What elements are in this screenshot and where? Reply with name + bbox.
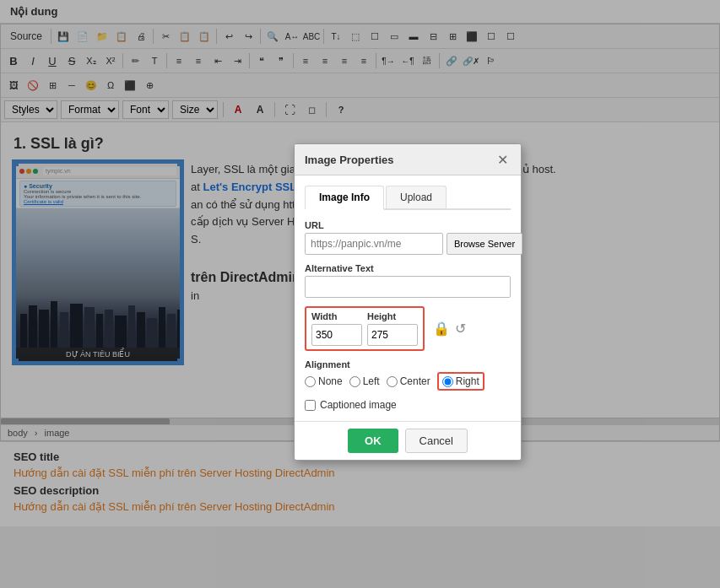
align-left-radio[interactable] xyxy=(349,376,360,387)
align-none-text: None xyxy=(318,375,343,387)
width-input[interactable] xyxy=(311,324,362,346)
modal-footer: OK Cancel xyxy=(295,421,521,460)
ok-button[interactable]: OK xyxy=(348,429,398,453)
alignment-group: Alignment None Left Center xyxy=(305,359,511,391)
align-center-label[interactable]: Center xyxy=(387,375,430,387)
reset-icon[interactable]: ↺ xyxy=(455,321,466,337)
align-left-label[interactable]: Left xyxy=(349,375,380,387)
modal-overlay: Image Properties ✕ Image Info Upload URL… xyxy=(0,0,720,588)
align-none-radio[interactable] xyxy=(305,376,316,387)
alt-text-group: Alternative Text xyxy=(305,263,511,298)
url-row: Browse Server xyxy=(305,233,511,255)
dimensions-row: Width Height 🔒 ↺ xyxy=(305,306,511,351)
browse-server-button[interactable]: Browse Server xyxy=(447,233,522,255)
image-properties-dialog: Image Properties ✕ Image Info Upload URL… xyxy=(294,143,522,461)
captioned-label[interactable]: Captioned image xyxy=(320,399,397,411)
modal-body: Image Info Upload URL Browse Server Alte… xyxy=(295,175,521,421)
tab-image-info[interactable]: Image Info xyxy=(305,186,384,210)
alignment-options: None Left Center Right xyxy=(305,372,511,391)
align-left-text: Left xyxy=(363,375,380,387)
alignment-label: Alignment xyxy=(305,359,511,370)
width-field: Width xyxy=(311,311,362,346)
align-right-label[interactable]: Right xyxy=(437,372,485,391)
modal-tabs: Image Info Upload xyxy=(305,186,511,210)
align-none-label[interactable]: None xyxy=(305,375,343,387)
align-right-radio[interactable] xyxy=(442,376,453,387)
align-right-text: Right xyxy=(456,375,479,387)
tab-upload[interactable]: Upload xyxy=(386,186,447,208)
height-input[interactable] xyxy=(367,324,418,346)
url-input[interactable] xyxy=(305,233,443,255)
modal-header: Image Properties ✕ xyxy=(295,144,521,175)
lock-icon[interactable]: 🔒 xyxy=(433,321,450,337)
dimensions-box: Width Height xyxy=(305,306,425,351)
url-label: URL xyxy=(305,220,511,230)
alt-text-input[interactable] xyxy=(305,276,511,298)
align-center-text: Center xyxy=(400,375,430,387)
height-label: Height xyxy=(367,311,418,321)
captioned-checkbox[interactable] xyxy=(305,400,316,411)
height-field: Height xyxy=(367,311,418,346)
captioned-image-row[interactable]: Captioned image xyxy=(305,399,511,411)
url-group: URL Browse Server xyxy=(305,220,511,255)
cancel-button[interactable]: Cancel xyxy=(405,429,468,453)
modal-title: Image Properties xyxy=(305,154,394,166)
modal-close-button[interactable]: ✕ xyxy=(494,151,511,168)
align-center-radio[interactable] xyxy=(387,376,398,387)
width-label: Width xyxy=(311,311,362,321)
alt-text-label: Alternative Text xyxy=(305,263,511,273)
